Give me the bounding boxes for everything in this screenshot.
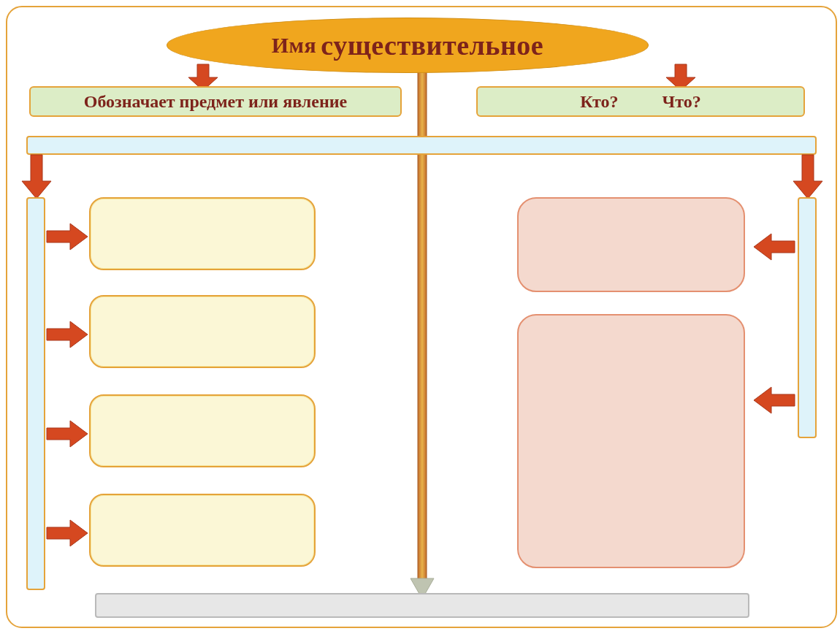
svg-marker-10 [754,234,795,260]
horizontal-connector-bar [26,136,817,155]
arrow-right-2-icon [47,321,89,348]
title-prefix: Имя [272,33,317,58]
svg-marker-9 [47,520,88,546]
svg-marker-7 [47,321,88,348]
arrow-right-1-icon [47,223,89,250]
right-connector-bar [798,197,817,438]
title-ellipse: Имя существительное [167,18,649,73]
pink-slot-2 [517,314,745,568]
arrow-down-to-right-column-icon [792,155,824,200]
yellow-slot-4 [89,494,316,567]
arrow-down-to-left-column-icon [20,155,53,200]
yellow-slot-3 [89,394,316,467]
yellow-slot-2 [89,295,316,368]
questions-box: Кто? Что? [476,86,805,117]
arrow-left-1-icon [752,234,795,260]
question-what: Что? [663,92,701,112]
diagram-frame: Имя существительное Обозначает предмет и… [6,6,837,628]
definition-label: Обозначает предмет или явление [84,92,347,112]
pink-slot-1 [517,197,745,292]
definition-box: Обозначает предмет или явление [29,86,402,117]
title-main: существительное [321,29,543,61]
left-connector-bar [26,197,45,590]
svg-marker-8 [47,421,88,447]
arrow-left-2-icon [752,387,795,413]
svg-marker-5 [793,155,822,199]
question-who: Кто? [580,92,618,112]
svg-marker-4 [22,155,51,199]
yellow-slot-1 [89,197,316,270]
bottom-bar [95,593,749,618]
svg-marker-6 [47,223,88,250]
arrow-right-3-icon [47,421,89,447]
svg-marker-11 [754,387,795,413]
arrow-right-4-icon [47,520,89,546]
